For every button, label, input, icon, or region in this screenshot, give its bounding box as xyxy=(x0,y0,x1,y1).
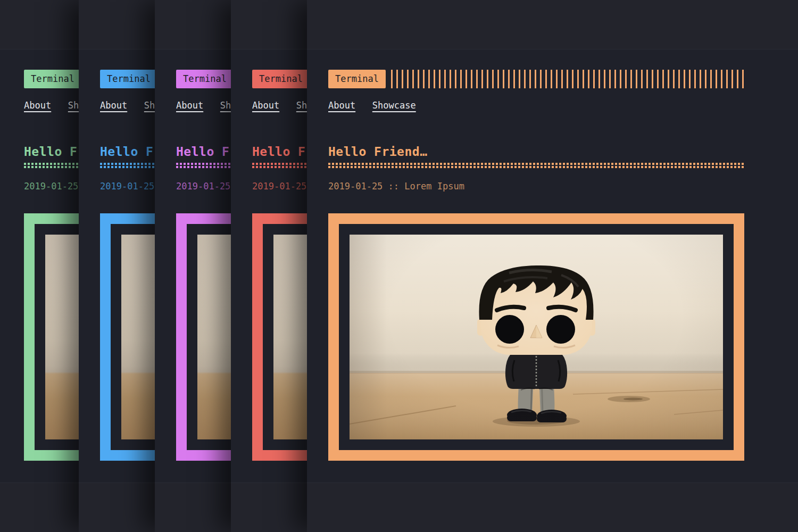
site-nav: About Showcase xyxy=(328,100,744,112)
top-strip xyxy=(307,0,798,49)
theme-panel-orange: Terminal About Showcase Hello Friend… 20… xyxy=(307,0,798,532)
funko-pop-photo xyxy=(350,235,723,439)
post-meta: 2019-01-25 :: Lorem Ipsum xyxy=(328,181,744,192)
nav-link-showcase[interactable]: Showcase xyxy=(372,100,416,111)
image-mat xyxy=(339,224,734,450)
nav-link-about[interactable]: About xyxy=(328,100,355,111)
terminal-logo[interactable]: Terminal xyxy=(176,70,234,88)
nav-link-about[interactable]: About xyxy=(252,100,279,111)
nav-link-about[interactable]: About xyxy=(100,100,127,111)
terminal-theme-showcase: Terminal About Showcase Hello Friend… 20… xyxy=(0,0,798,532)
nav-link-about[interactable]: About xyxy=(24,100,51,111)
terminal-logo[interactable]: Terminal xyxy=(24,70,81,88)
bottom-strip xyxy=(307,483,798,532)
terminal-logo[interactable]: Terminal xyxy=(100,70,157,88)
decorative-bars xyxy=(391,70,744,88)
framed-image xyxy=(328,213,744,461)
title-underline-dots xyxy=(328,163,744,168)
post-title[interactable]: Hello Friend… xyxy=(328,145,744,159)
nav-link-about[interactable]: About xyxy=(176,100,203,111)
terminal-logo[interactable]: Terminal xyxy=(252,70,310,88)
funko-pop-illustration xyxy=(350,235,723,439)
terminal-logo[interactable]: Terminal xyxy=(328,70,386,88)
